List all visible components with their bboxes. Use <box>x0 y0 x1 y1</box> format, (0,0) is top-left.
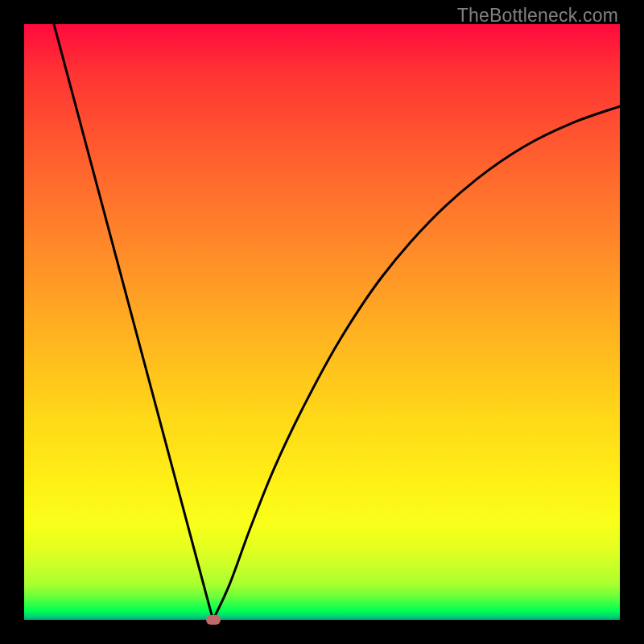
chart-stage: TheBottleneck.com <box>0 0 644 644</box>
minimum-marker <box>206 615 221 625</box>
curve-svg <box>24 24 620 620</box>
bottleneck-curve <box>54 24 620 620</box>
watermark-text: TheBottleneck.com <box>457 5 618 27</box>
plot-area <box>24 24 620 620</box>
